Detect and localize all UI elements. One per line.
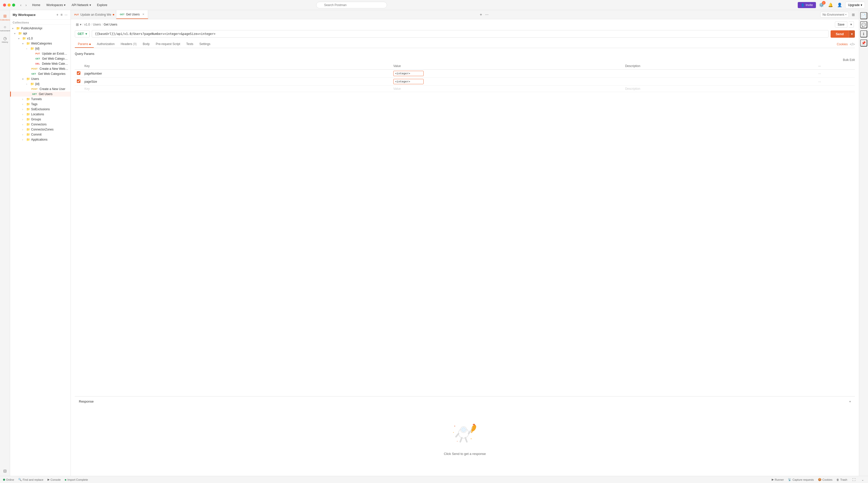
environment-selector[interactable]: No Environment ▾ bbox=[820, 12, 849, 18]
sidebar-filter-button[interactable]: ≡ bbox=[60, 12, 63, 17]
capture-item[interactable]: 📡 Capture requests bbox=[788, 478, 814, 481]
cookies-item[interactable]: 🍪 Cookies bbox=[818, 478, 833, 481]
minimize-panel-button[interactable]: ⌄ bbox=[860, 477, 865, 482]
svg-line-6 bbox=[456, 434, 459, 437]
response-header[interactable]: Response ▾ bbox=[79, 399, 851, 403]
tree-item-get-webcategories[interactable]: GET Get Web Categories bbox=[10, 71, 70, 77]
notification-button[interactable]: 🔔 bbox=[827, 2, 834, 8]
right-panel-info-button[interactable]: ℹ bbox=[860, 30, 867, 37]
tree-item-get-users[interactable]: GET Get Users bbox=[10, 92, 70, 97]
breadcrumb-dropdown-icon[interactable]: ▾ bbox=[80, 23, 82, 26]
tree-item-connectorzones[interactable]: › 📁 ConnectorZones bbox=[10, 127, 70, 132]
runner-item[interactable]: ▶ Runner bbox=[772, 478, 784, 481]
tab-put-update[interactable]: PUT Update an Existing We ✕ bbox=[71, 10, 116, 19]
row-checkbox[interactable] bbox=[77, 71, 81, 75]
rail-workspaces[interactable]: ⊟ bbox=[1, 466, 9, 476]
settings-button[interactable]: ⚙️ 2 bbox=[818, 2, 825, 8]
param-value-input[interactable] bbox=[393, 71, 424, 76]
trash-item[interactable]: 🗑 Trash bbox=[836, 478, 847, 481]
req-tab-prerequest[interactable]: Pre-request Script bbox=[153, 41, 183, 48]
close-button[interactable] bbox=[3, 4, 6, 7]
tree-item-webcategories[interactable]: ▾ 📁 WebCategories bbox=[10, 41, 70, 46]
rail-environments[interactable]: ○ Environments bbox=[1, 23, 9, 33]
code-icon[interactable]: </> bbox=[850, 42, 855, 46]
tab-close-button[interactable]: ✕ bbox=[142, 13, 144, 16]
right-panel-pin-button[interactable]: 📌 bbox=[860, 39, 867, 47]
row-checkbox[interactable] bbox=[77, 80, 81, 83]
tab-get-users[interactable]: GET Get Users ✕ bbox=[116, 10, 148, 19]
breadcrumb-v10[interactable]: v1.0 bbox=[84, 23, 90, 26]
api-network-link[interactable]: API Network▾ bbox=[69, 2, 94, 8]
explore-link[interactable]: Explore bbox=[95, 2, 110, 8]
maximize-button[interactable] bbox=[12, 4, 15, 7]
search-input[interactable] bbox=[316, 2, 387, 8]
row-checkbox-cell bbox=[75, 69, 83, 78]
req-tab-params[interactable]: Params bbox=[75, 41, 94, 48]
online-status[interactable]: Online bbox=[3, 478, 14, 481]
param-value-input[interactable] bbox=[393, 79, 424, 84]
tree-item-commit[interactable]: › 📁 Commit bbox=[10, 132, 70, 137]
tree-item-v1[interactable]: ▾ 📁 v1.0 bbox=[10, 36, 70, 41]
collections-section-label: Collections bbox=[10, 20, 70, 25]
chevron-icon: ▾ bbox=[12, 27, 16, 30]
row-actions-cell: ··· bbox=[816, 69, 855, 78]
tree-item-post-create-webcategory[interactable]: POST Create a New Web Category bbox=[10, 66, 70, 71]
row-more-button[interactable]: ··· bbox=[818, 71, 821, 76]
right-panel-docs-button[interactable]: 📄 bbox=[860, 12, 867, 19]
upgrade-button[interactable]: Upgrade ▾ bbox=[845, 2, 865, 8]
rail-collections[interactable]: ⊞ Collections bbox=[1, 12, 9, 22]
tree-item-publicadminapi[interactable]: ▾ 📁 PublicAdminApi bbox=[10, 26, 70, 31]
sidebar-more-button[interactable]: ··· bbox=[64, 12, 68, 17]
right-panel-comment-button[interactable]: 💬 bbox=[860, 21, 867, 28]
home-link[interactable]: Home bbox=[30, 2, 43, 8]
minimize-button[interactable] bbox=[8, 4, 11, 7]
req-tab-headers[interactable]: Headers (9) bbox=[118, 41, 140, 48]
tree-item-tunnels[interactable]: › 📁 Tunnels bbox=[10, 97, 70, 102]
url-input[interactable] bbox=[92, 30, 829, 38]
method-select[interactable]: GET ▾ bbox=[75, 30, 90, 37]
sidebar-new-button[interactable]: + bbox=[56, 12, 59, 17]
send-dropdown-button[interactable]: ▾ bbox=[849, 30, 855, 38]
collection-view-button[interactable]: ⊞ bbox=[851, 12, 856, 18]
fullscreen-button[interactable]: ⛶ bbox=[851, 477, 856, 482]
avatar-button[interactable]: 👤 bbox=[836, 2, 843, 8]
tree-item-id-webcategories[interactable]: › 📁 {id} bbox=[10, 46, 70, 51]
cookies-link[interactable]: Cookies bbox=[837, 42, 847, 46]
invite-button[interactable]: 👤 Invite bbox=[798, 2, 816, 8]
tab-overflow-button[interactable]: ··· bbox=[484, 12, 489, 18]
workspaces-link[interactable]: Workspaces▾ bbox=[44, 2, 68, 8]
console-item[interactable]: ▶ Console bbox=[48, 478, 61, 481]
folder-icon: 📁 bbox=[26, 97, 30, 101]
import-status[interactable]: ■ Import Complete bbox=[65, 478, 88, 481]
nav-back-button[interactable]: ‹ bbox=[19, 3, 23, 8]
req-tab-tests[interactable]: Tests bbox=[183, 41, 196, 48]
row-more-button[interactable]: ··· bbox=[818, 80, 821, 84]
tree-item-applications[interactable]: › 📁 Applications bbox=[10, 137, 70, 142]
req-tab-body[interactable]: Body bbox=[140, 41, 153, 48]
tree-item-get-webcategory-id[interactable]: GET Get Web Category by ID bbox=[10, 56, 70, 61]
tree-item-connectors[interactable]: › 📁 Connectors bbox=[10, 122, 70, 127]
tree-item-put-update-webcategory[interactable]: PUT Update an Existing Web Category bbox=[10, 51, 70, 56]
tree-item-sslexclusions[interactable]: › 📁 SslExclusions bbox=[10, 107, 70, 112]
bulk-edit-button[interactable]: Bulk Edit bbox=[843, 58, 855, 62]
new-tab-button[interactable]: + bbox=[479, 12, 483, 18]
tree-item-post-create-user[interactable]: POST Create a New User bbox=[10, 87, 70, 92]
rail-history[interactable]: ◷ History bbox=[1, 34, 9, 44]
tree-item-users[interactable]: ▾ 📁 Users bbox=[10, 77, 70, 82]
breadcrumb-users[interactable]: Users bbox=[93, 23, 101, 26]
save-button[interactable]: Save bbox=[835, 22, 847, 28]
folder-icon: 📁 bbox=[26, 138, 30, 141]
nav-forward-button[interactable]: › bbox=[25, 3, 28, 8]
tree-item-id-users[interactable]: › 📁 {id} bbox=[10, 82, 70, 87]
req-tab-settings[interactable]: Settings bbox=[196, 41, 213, 48]
tree-item-locations[interactable]: › 📁 Locations bbox=[10, 112, 70, 117]
req-tab-authorization[interactable]: Authorization bbox=[94, 41, 118, 48]
tree-item-del-webcategory[interactable]: DEL Delete Web Category by ID bbox=[10, 61, 70, 66]
save-dropdown-button[interactable]: ▾ bbox=[849, 21, 854, 28]
send-button[interactable]: Send bbox=[831, 30, 849, 38]
tree-item-api[interactable]: ▾ 📁 api bbox=[10, 31, 70, 36]
col-checkbox bbox=[75, 63, 83, 69]
tree-item-groups[interactable]: › 📁 Groups bbox=[10, 117, 70, 122]
tree-item-tags[interactable]: › 📁 Tags bbox=[10, 102, 70, 107]
find-replace[interactable]: 🔍 Find and replace bbox=[18, 478, 43, 481]
